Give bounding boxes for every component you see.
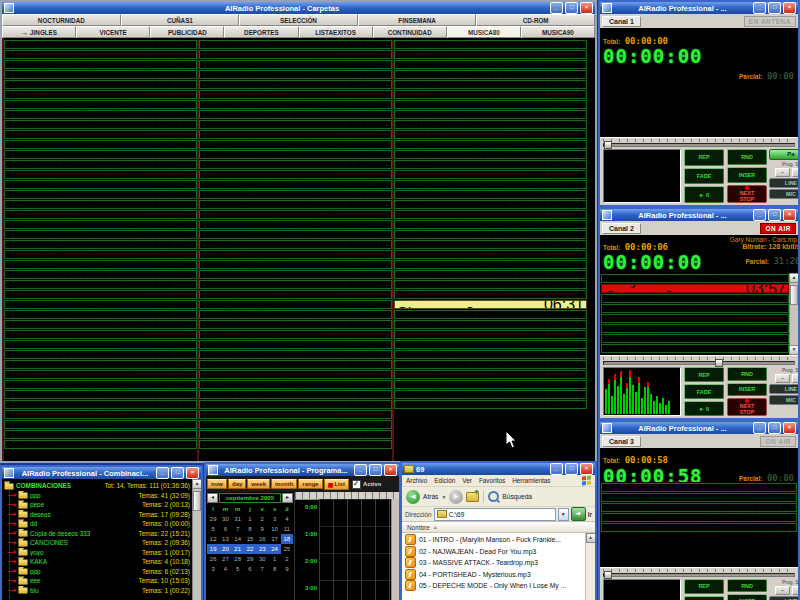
view-button-day[interactable]: day (228, 479, 246, 489)
minimize-icon[interactable]: _ (156, 467, 169, 479)
mic-button[interactable]: MIC (769, 395, 798, 405)
track-item[interactable]: Yello - Oh Yeah.mp305:37 (394, 400, 587, 409)
track-item[interactable]: Flock of Seagulls - I Ran.mp305:07 (4, 430, 197, 439)
close-icon[interactable]: × (186, 467, 199, 479)
scroll-thumb[interactable] (193, 491, 201, 511)
calendar-day[interactable]: 10 (268, 524, 280, 534)
playlist-item[interactable]: INFORMACIÓN_DEPORTIVA-MAR.mp300:05 (601, 503, 797, 512)
calendar-day[interactable]: 27 (219, 554, 231, 564)
track-item[interactable]: Laura Branigan - Self Control.mp304:05 (199, 230, 392, 239)
tree-item[interactable]: pepeTemas: 2 (00:13) (4, 500, 201, 510)
track-item[interactable]: Cyndi Lauper - Good Enough (Goonies Them… (4, 200, 197, 209)
track-item[interactable]: a-ha - Take On Me.mp303:50 (4, 40, 197, 49)
track-item[interactable]: Roxette - Listen To Your Heart.mp305:14 (394, 100, 587, 109)
fade-button[interactable]: FADE (684, 596, 724, 600)
folder-tab-cd-rom[interactable]: CD-ROM (476, 14, 595, 26)
track-item[interactable]: J. Geils Band - Centerfold.mp303:39 (199, 130, 392, 139)
track-item[interactable]: Echo & The Bunnymen - The Killing Moon.m… (4, 380, 197, 389)
menu-edici-n[interactable]: Edición (434, 477, 455, 484)
calendar-day[interactable]: 4 (281, 514, 293, 524)
track-item[interactable]: Waterboys - The Whole of the Moon.mp304:… (394, 370, 587, 379)
plus-button[interactable]: + (792, 374, 798, 383)
track-item[interactable]: Righeira - Vamos A La Playa.mp303:39 (394, 90, 587, 99)
track-item[interactable]: Cars - Drive.mp303:55 (4, 160, 197, 169)
track-item[interactable]: Spandau Ballet - True.mp305:35 (394, 220, 587, 229)
calendar-day[interactable]: 13 (219, 534, 231, 544)
track-item[interactable]: Michael Sembello - Maniac.mp304:04 (199, 320, 392, 329)
track-item[interactable]: Guns N' Roses - Paradise City.mp305:27 (199, 80, 392, 89)
view-button-range[interactable]: range (298, 479, 322, 489)
playlist-item[interactable]: Erasure - A Little Respect.mp303:34 (601, 304, 789, 313)
calendar-day[interactable]: 12 (207, 534, 219, 544)
minus-button[interactable]: - (775, 374, 790, 383)
track-item[interactable]: General Public - Tenderness.mp303:38 (199, 50, 392, 59)
track-item[interactable]: Madonna - Like A Prayer.mp305:52 (199, 270, 392, 279)
track-item[interactable]: Roxette - The Look.mp303:58 (394, 110, 587, 119)
minimize-icon[interactable]: _ (354, 464, 367, 476)
track-item[interactable]: Jefferson Starship - We Built This City.… (199, 150, 392, 159)
close-icon[interactable]: × (783, 2, 796, 14)
track-item[interactable]: Eurythmics - Here Comes The Rain Again.m… (4, 410, 197, 419)
calendar-day[interactable]: 14 (232, 534, 244, 544)
file-item[interactable]: 01 - INTRO - (Marylin Manson - Fuck Fran… (402, 534, 595, 546)
next-stop-button[interactable]: NEXTSTOP (727, 398, 767, 416)
track-item[interactable]: When In Rome - The Promise.mp303:40 (394, 380, 587, 389)
view-button-now[interactable]: now (207, 479, 227, 489)
track-item[interactable]: Tears For Fears - Everybody Wants to Rul… (394, 290, 587, 299)
track-item[interactable]: Simple Minds - Mandela Day.mp305:41 (394, 140, 587, 149)
playlist-item[interactable]: Gary Numan - Cars.mp303:57 (601, 284, 789, 293)
menu-herramientas[interactable]: Herramientas (512, 477, 550, 484)
track-item[interactable]: Twisted Sister - We're Not Gonna Take It… (394, 360, 587, 369)
fade-button[interactable]: FADE (684, 168, 724, 185)
calendar-day[interactable]: 23 (256, 544, 268, 554)
track-item[interactable]: David Bowie - Modern Love.mp303:58 (4, 220, 197, 229)
insert-button[interactable]: INSER (727, 383, 767, 397)
calendar-day[interactable]: 5 (232, 564, 244, 574)
calendar-day[interactable]: 29 (244, 554, 256, 564)
calendar-day[interactable]: 19 (207, 544, 219, 554)
calendar-day[interactable]: 24 (268, 544, 280, 554)
combinaciones-titlebar[interactable]: AIRadio Professional - Combinaci... _ □ … (2, 467, 201, 479)
close-icon[interactable]: × (580, 463, 593, 475)
maximize-icon[interactable]: □ (768, 422, 781, 434)
track-item[interactable]: Talk Talk - It's My Life.mp303:52 (394, 260, 587, 269)
track-item[interactable]: Cure - Boys Don't Cry.mp302:34 (4, 190, 197, 199)
carpetas-titlebar[interactable]: AIRadio Professional - Carpetas _ □ × (2, 2, 595, 14)
folder-tab-vicente[interactable]: VICENTE (76, 26, 150, 38)
position-slider[interactable] (600, 137, 798, 147)
playlist-item[interactable]: Lipps Inc. - Funkytown.mp304:10 (601, 314, 789, 323)
track-item[interactable]: Air Supply - Making Love Out of Nothing … (4, 50, 197, 59)
back-label[interactable]: Atrás (423, 493, 438, 500)
track-item[interactable]: David Bowie - Absolute Beginners.mp305:3… (4, 210, 197, 219)
calendar-day[interactable]: 4 (219, 564, 231, 574)
fade-button[interactable]: FADE (684, 384, 724, 399)
track-item[interactable]: Martika - Toy Soldiers.mp304:40 (199, 290, 392, 299)
calendar-day[interactable]: 18 (281, 534, 293, 544)
calendar-day[interactable]: 5 (207, 524, 219, 534)
maximize-icon[interactable]: □ (565, 463, 578, 475)
track-item[interactable]: Peter Schilling - Major Tom.mp304:59 (199, 400, 392, 409)
track-item[interactable]: Gary Numan - Cars.mp303:57 (199, 40, 392, 49)
track-item[interactable]: Tommy Tutone - 867-5309 (Jenny).mp303:48 (394, 320, 587, 329)
file-list-scrollbar[interactable]: ▲ (585, 533, 595, 600)
track-item[interactable]: Men Without Hats - The Safety Dance.mp30… (199, 300, 392, 309)
back-icon[interactable]: ◄ (406, 490, 420, 504)
minimize-icon[interactable]: _ (753, 2, 766, 14)
track-item[interactable]: J. Geils Band - Freeze Frame.mp304:04 (199, 140, 392, 149)
folder-tab-selecci-n[interactable]: SELECCIÓN (239, 14, 358, 26)
folder-tab-musica80[interactable]: MUSICA80 (447, 26, 521, 38)
track-item[interactable]: Michael Jackson - Billie Jean.mp304:54 (199, 310, 392, 319)
schedule-grid[interactable] (319, 499, 392, 600)
track-item[interactable]: Living Colour - Cult of Personality.mp30… (199, 250, 392, 259)
plus-button[interactable]: + (792, 586, 798, 595)
track-item[interactable]: Simple Minds - Don't You (Forget About M… (394, 130, 587, 139)
track-item[interactable]: Styx - Mr. Roboto.mp305:29 (394, 240, 587, 249)
track-item[interactable]: Erasure - A Little Respect.mp303:34 (4, 390, 197, 399)
track-item[interactable]: Falco - Rock Me Amadeus.mp303:15 (4, 420, 197, 429)
calendar-day[interactable]: 7 (232, 524, 244, 534)
track-item[interactable]: Hall and Oates - Kiss On My List.mp303:5… (199, 90, 392, 99)
track-item[interactable]: Jive Bunny and the Mastermixers - Swing … (199, 160, 392, 169)
track-item[interactable]: Duran Duran - Notorius.mp303:59 (4, 360, 197, 369)
playlist-item[interactable]: Echo & The Bunnymen - The Killing Moon.m… (601, 274, 789, 283)
playlist-item[interactable]: COOL FM2.mp300:15 (601, 483, 797, 492)
